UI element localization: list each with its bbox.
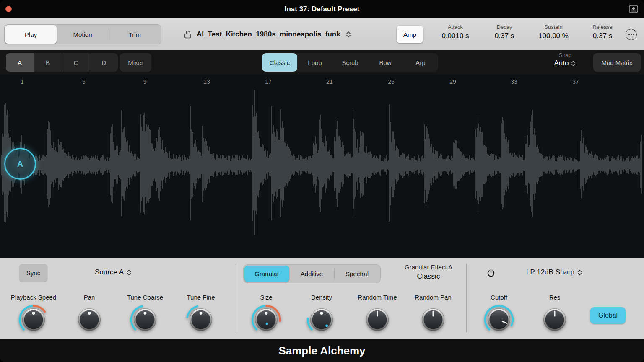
plugin-name: Sample Alchemy bbox=[278, 344, 365, 357]
mixer-button[interactable]: Mixer bbox=[120, 53, 151, 72]
knob-pan: Pan bbox=[60, 294, 119, 339]
waveform-graphic bbox=[0, 75, 644, 258]
panel-divider bbox=[235, 264, 235, 332]
attack-value[interactable]: 0.0010 s bbox=[441, 32, 469, 40]
preset-name: AI_Test_Kitchen_1980s_minneapolis_funk bbox=[197, 30, 340, 39]
panel-divider bbox=[466, 264, 467, 332]
ruler-mark: 37 bbox=[572, 78, 579, 85]
filter-type-select[interactable]: LP 12dB Sharp bbox=[512, 268, 596, 277]
tab-trim[interactable]: Trim bbox=[109, 25, 161, 44]
mod-matrix-button[interactable]: Mod Matrix bbox=[593, 53, 641, 72]
knob-control[interactable] bbox=[415, 302, 451, 339]
env-attack: Attack 0.0010 s bbox=[432, 24, 479, 40]
sustain-label: Sustain bbox=[544, 24, 562, 30]
filter-stepper-icon bbox=[577, 269, 582, 276]
knob-label: Playback Speed bbox=[11, 294, 56, 301]
release-value[interactable]: 0.37 s bbox=[593, 32, 612, 40]
knob-random-pan: Random Pan bbox=[404, 294, 462, 339]
handle-label: A bbox=[17, 159, 23, 169]
source-stepper-icon bbox=[126, 269, 132, 276]
knob-control[interactable] bbox=[16, 302, 51, 339]
knob-density: Density bbox=[292, 294, 351, 339]
window-title: Inst 37: Default Preset bbox=[285, 5, 360, 13]
source-nav-bar: A B C D Mixer Classic Loop Scrub Bow Arp… bbox=[0, 50, 644, 75]
ruler-mark: 29 bbox=[449, 78, 456, 85]
preset-stepper-icon bbox=[345, 31, 351, 38]
knob-label: Pan bbox=[84, 294, 95, 301]
ruler-mark: 21 bbox=[326, 78, 333, 85]
knob-control[interactable] bbox=[249, 302, 284, 339]
knob-playback-speed: Playback Speed bbox=[4, 294, 63, 339]
source-a-playhead-handle[interactable]: A bbox=[4, 148, 36, 180]
source-tab-a[interactable]: A bbox=[6, 53, 34, 72]
close-button[interactable] bbox=[5, 6, 12, 12]
source-tab-c[interactable]: C bbox=[62, 53, 90, 72]
download-icon[interactable] bbox=[628, 4, 639, 14]
knob-size: Size bbox=[237, 294, 296, 339]
knob-tune-fine: Tune Fine bbox=[171, 294, 230, 339]
ruler-mark: 25 bbox=[388, 78, 395, 85]
ruler-mark: 5 bbox=[82, 78, 86, 85]
knob-control[interactable] bbox=[183, 302, 218, 339]
synth-tab-granular[interactable]: Granular bbox=[244, 266, 289, 282]
tab-motion[interactable]: Motion bbox=[57, 25, 108, 44]
titlebar: Inst 37: Default Preset bbox=[0, 0, 644, 18]
knob-control[interactable] bbox=[360, 302, 395, 339]
download-icon-graphic bbox=[629, 5, 638, 13]
sync-button[interactable]: Sync bbox=[19, 264, 47, 282]
knob-label: Size bbox=[260, 294, 272, 301]
sustain-value[interactable]: 100.00 % bbox=[538, 32, 569, 40]
play-mode-tabs: Classic Loop Scrub Bow Arp bbox=[262, 53, 438, 72]
knob-tune-coarse: Tune Coarse bbox=[116, 294, 174, 339]
filter-power-button[interactable] bbox=[485, 267, 497, 279]
attack-label: Attack bbox=[448, 24, 463, 30]
granular-effect-label: Granular Effect A bbox=[405, 264, 452, 271]
knob-label: Tune Coarse bbox=[127, 294, 163, 301]
snap-select[interactable]: Snap Auto bbox=[544, 52, 586, 67]
unlock-icon bbox=[184, 30, 192, 39]
knob-control[interactable] bbox=[127, 302, 163, 339]
env-release: Release 0.37 s bbox=[579, 24, 626, 40]
knob-label: Res bbox=[549, 294, 561, 301]
mode-tab-bow[interactable]: Bow bbox=[368, 53, 403, 72]
source-select[interactable]: Source A bbox=[75, 268, 151, 277]
control-panel: Sync Source A Granular Additive Spectral… bbox=[0, 258, 644, 339]
synth-tab-spectral[interactable]: Spectral bbox=[335, 266, 379, 282]
mode-tab-loop[interactable]: Loop bbox=[297, 53, 332, 72]
view-mode-segmented-control: Play Motion Trim bbox=[4, 24, 161, 44]
mode-tab-arp[interactable]: Arp bbox=[403, 53, 438, 72]
source-tabs: A B C D bbox=[6, 53, 118, 72]
global-button[interactable]: Global bbox=[590, 307, 626, 324]
plugin-footer: Sample Alchemy bbox=[0, 339, 644, 362]
decay-label: Decay bbox=[497, 24, 512, 30]
decay-value[interactable]: 0.37 s bbox=[495, 32, 514, 40]
preset-selector[interactable]: AI_Test_Kitchen_1980s_minneapolis_funk bbox=[184, 18, 351, 50]
tab-play[interactable]: Play bbox=[5, 25, 57, 44]
waveform-display[interactable]: 1 5 9 13 17 21 25 29 33 37 A bbox=[0, 75, 644, 258]
filter-type-value: LP 12dB Sharp bbox=[526, 268, 574, 277]
synthesis-mode-segmented-control: Granular Additive Spectral bbox=[243, 264, 381, 283]
synth-tab-additive[interactable]: Additive bbox=[289, 266, 334, 282]
source-tab-b[interactable]: B bbox=[34, 53, 62, 72]
env-sustain: Sustain 100.00 % bbox=[530, 24, 577, 40]
amp-button[interactable]: Amp bbox=[397, 26, 423, 43]
knob-label: Random Pan bbox=[415, 294, 452, 301]
knob-label: Cutoff bbox=[491, 294, 507, 301]
knob-control[interactable] bbox=[72, 302, 107, 339]
knob-random-time: Random Time bbox=[348, 294, 407, 339]
source-tab-d[interactable]: D bbox=[90, 53, 118, 72]
ruler-mark: 1 bbox=[21, 78, 24, 85]
knob-cutoff: Cutoff bbox=[470, 294, 528, 339]
sample-alchemy-window: Inst 37: Default Preset Play Motion Trim… bbox=[0, 0, 644, 362]
ruler-mark: 9 bbox=[143, 78, 147, 85]
more-options-button[interactable] bbox=[626, 29, 637, 40]
knob-control[interactable] bbox=[537, 302, 572, 339]
mode-tab-scrub[interactable]: Scrub bbox=[332, 53, 368, 72]
snap-stepper-icon bbox=[571, 60, 576, 67]
knob-control[interactable] bbox=[304, 302, 339, 339]
mode-tab-classic[interactable]: Classic bbox=[262, 53, 297, 72]
granular-effect-value[interactable]: Classic bbox=[417, 272, 440, 281]
knob-control[interactable] bbox=[481, 302, 517, 339]
snap-label: Snap bbox=[559, 52, 571, 58]
granular-effect-block: Granular Effect A Classic bbox=[391, 264, 466, 281]
